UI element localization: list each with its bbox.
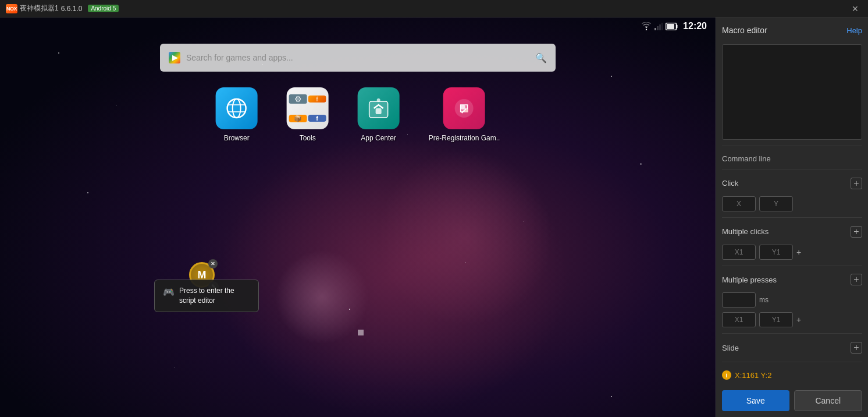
multiple-presses-x1-input[interactable] bbox=[722, 312, 756, 327]
multiple-clicks-xy-row: + bbox=[722, 245, 862, 260]
svg-point-8 bbox=[227, 99, 246, 118]
multiple-clicks-x1-input[interactable] bbox=[722, 245, 756, 260]
status-time: 12:20 bbox=[683, 21, 707, 31]
center-dot bbox=[358, 330, 364, 335]
status-icons bbox=[641, 22, 678, 30]
prereg-label: Pre-Registration Gam.. bbox=[429, 134, 500, 142]
svg-rect-2 bbox=[657, 26, 659, 30]
star bbox=[116, 105, 117, 105]
battery-icon bbox=[666, 23, 678, 30]
multiple-presses-ms-input[interactable]: 50 bbox=[722, 292, 756, 308]
app-name: 夜神模拟器1 bbox=[20, 3, 59, 13]
svg-point-0 bbox=[646, 29, 647, 30]
multiple-presses-ms-row: 50 ms bbox=[722, 292, 862, 308]
panel-header: Macro editor Help bbox=[722, 23, 862, 40]
svg-rect-3 bbox=[659, 24, 661, 30]
multiple-clicks-y1-input[interactable] bbox=[759, 245, 793, 260]
app-item-prereg[interactable]: Pre-Registration Gam.. bbox=[429, 87, 500, 142]
status-bar: 12:20 bbox=[0, 17, 716, 35]
browser-label: Browser bbox=[224, 134, 250, 142]
appcenter-icon bbox=[358, 87, 400, 129]
right-panel: Macro editor Help Command line Click + M… bbox=[716, 17, 868, 417]
command-line-label: Command line bbox=[722, 154, 862, 163]
star bbox=[175, 367, 175, 367]
appcenter-label: App Center bbox=[361, 134, 396, 142]
wifi-icon bbox=[641, 22, 652, 30]
nox-logo: NOX bbox=[6, 4, 17, 13]
multiple-presses-y1-input[interactable] bbox=[759, 312, 793, 327]
slide-row: Slide + bbox=[722, 340, 862, 356]
search-icon: 🔍 bbox=[535, 52, 547, 63]
search-bar[interactable]: ▶ Search for games and apps... 🔍 bbox=[160, 44, 556, 72]
svg-rect-6 bbox=[677, 24, 678, 28]
star bbox=[611, 396, 612, 397]
svg-point-14 bbox=[377, 98, 380, 102]
divider-2 bbox=[722, 169, 862, 169]
click-x-input[interactable] bbox=[722, 196, 756, 211]
multiple-presses-row: Multiple presses + bbox=[722, 271, 862, 288]
multiple-clicks-row: Multiple clicks + bbox=[722, 224, 862, 240]
star bbox=[524, 221, 524, 222]
google-play-icon: ▶ bbox=[169, 52, 180, 63]
svg-rect-4 bbox=[661, 23, 663, 30]
app-version: 6.6.1.0 bbox=[61, 5, 83, 13]
divider-4 bbox=[722, 266, 862, 266]
slide-add-button[interactable]: + bbox=[851, 342, 862, 354]
bottom-buttons: Save Cancel bbox=[722, 387, 862, 411]
coords-row: i X:1161 Y:2 bbox=[722, 368, 862, 382]
app-brand: NOX 夜神模拟器1 6.6.1.0 Android 5 bbox=[6, 3, 119, 13]
tools-label: Tools bbox=[300, 134, 316, 142]
tooltip-gamepad-icon: 🎮 bbox=[163, 287, 175, 298]
ms-label: ms bbox=[759, 296, 769, 304]
svg-rect-1 bbox=[654, 28, 656, 30]
slide-label: Slide bbox=[722, 344, 739, 352]
divider-1 bbox=[722, 146, 862, 146]
nebula-overlay bbox=[0, 17, 716, 417]
app-item-browser[interactable]: Browser bbox=[216, 87, 258, 142]
multiple-presses-xy-row: + bbox=[722, 312, 862, 327]
main-container: 12:20 ▶ Search for games and apps... 🔍 bbox=[0, 17, 868, 417]
click-xy-row bbox=[722, 196, 862, 211]
close-button[interactable]: ✕ bbox=[848, 3, 862, 15]
panel-title: Macro editor bbox=[722, 26, 767, 35]
star bbox=[58, 52, 59, 54]
help-link[interactable]: Help bbox=[846, 26, 862, 35]
title-bar: NOX 夜神模拟器1 6.6.1.0 Android 5 ✕ bbox=[0, 0, 868, 17]
divider-3 bbox=[722, 217, 862, 218]
save-button[interactable]: Save bbox=[722, 390, 789, 411]
multiple-clicks-label: Multiple clicks bbox=[722, 227, 769, 236]
click-add-button[interactable]: + bbox=[851, 178, 862, 189]
divider-6 bbox=[722, 362, 862, 362]
macro-close-button[interactable]: ✕ bbox=[208, 259, 218, 268]
star bbox=[640, 163, 642, 165]
app-item-appcenter[interactable]: App Center bbox=[358, 87, 400, 142]
multiple-presses-label: Multiple presses bbox=[722, 275, 777, 284]
multiple-clicks-plus: + bbox=[796, 248, 801, 257]
info-icon: i bbox=[722, 370, 731, 380]
svg-point-9 bbox=[233, 99, 241, 118]
prereg-icon bbox=[443, 87, 485, 129]
signal-icon bbox=[654, 22, 663, 30]
svg-rect-7 bbox=[667, 24, 674, 29]
coordinates-text: X:1161 Y:2 bbox=[735, 371, 771, 380]
click-y-input[interactable] bbox=[759, 196, 793, 211]
star bbox=[87, 192, 88, 193]
script-tooltip: 🎮 Press to enter the script editor bbox=[154, 280, 259, 312]
svg-point-16 bbox=[461, 105, 465, 109]
app-item-tools[interactable]: ⚙ f 📦 f Tools bbox=[287, 87, 329, 142]
emulator-screen[interactable]: 12:20 ▶ Search for games and apps... 🔍 bbox=[0, 17, 716, 417]
macro-editor-textarea[interactable] bbox=[722, 44, 862, 140]
divider-5 bbox=[722, 333, 862, 334]
tooltip-text: Press to enter the script editor bbox=[179, 286, 250, 306]
multiple-clicks-add-button[interactable]: + bbox=[851, 226, 862, 238]
app-grid: Browser ⚙ f 📦 f Tools bbox=[216, 87, 500, 142]
multiple-presses-add-button[interactable]: + bbox=[851, 274, 862, 285]
star bbox=[349, 309, 350, 310]
star bbox=[611, 76, 612, 77]
search-placeholder: Search for games and apps... bbox=[186, 53, 529, 62]
click-label: Click bbox=[722, 179, 738, 188]
cancel-button[interactable]: Cancel bbox=[794, 390, 863, 411]
android-badge: Android 5 bbox=[88, 5, 119, 12]
tools-icon: ⚙ f 📦 f bbox=[287, 87, 329, 129]
star bbox=[465, 262, 466, 263]
